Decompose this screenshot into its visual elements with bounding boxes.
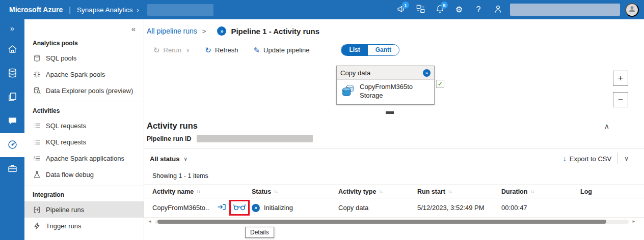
sidebar-item-data-explorer-pools[interactable]: Data Explorer pools (preview) [24,82,144,99]
table-header: Activity name ↑↓ Status ↑↓ Activity type… [144,185,644,198]
scroll-right-arrow[interactable]: ► [631,219,637,224]
sidebar-item-label: Data Explorer pools (preview) [46,87,133,95]
copy-data-activity-node[interactable]: Copy data » [336,66,435,105]
sidebar-item-label: Pipeline runs [46,206,84,214]
synapse-analytics-window: Microsoft Azure | Synapse Analytics › 1 [0,0,644,240]
sidebar-item-data-flow-debug[interactable]: Data flow debug [24,166,144,183]
page-title: Pipeline 1 - Activity runs [231,27,319,36]
update-pipeline-label: Update pipeline [263,46,309,54]
sort-icon: ↑↓ [196,189,200,194]
sidebar-item-spark-applications[interactable]: Apache Spark applications [24,150,144,166]
node-activity-name: CopyFromM365toStorage [360,83,414,100]
input-arrow-icon [217,203,226,212]
main-content: All pipeline runs > » Pipeline 1 - Activ… [144,19,644,240]
node-header: Copy data » [337,66,434,80]
details-button[interactable] [233,204,246,212]
chevron-down-icon: ∨ [186,47,190,53]
refresh-button[interactable]: ↻ Refresh [205,46,238,54]
refresh-icon: ↻ [205,46,211,54]
vertical-divider [618,153,618,164]
status-in-progress-icon: » [252,204,260,212]
sidebar-item-sql-requests[interactable]: SQL requests [24,117,144,134]
column-duration[interactable]: Duration ↑↓ [501,188,580,195]
sort-icon: ↑↓ [379,189,383,194]
items-count-text: Showing 1 - 1 items [144,168,644,185]
topbar-icon-group: 1 5 ⚙ [393,2,506,17]
azure-brand[interactable]: Microsoft Azure [9,6,63,14]
column-log: Log [580,188,644,195]
export-to-csv-label: Export to CSV [570,155,611,163]
section-title: Activities [24,103,144,117]
horizontal-scrollbar: ◄ ► [144,219,644,224]
toggle-gantt-view[interactable]: Gantt [368,45,399,55]
column-activity-name[interactable]: Activity name ↑↓ [152,188,252,195]
kql-requests-icon [33,138,41,146]
rail-item-monitor[interactable] [0,133,24,157]
rail-item-integrate[interactable] [0,109,24,133]
sql-pools-icon [33,54,41,62]
status-filter-dropdown[interactable]: All status ∨ [150,155,187,163]
rail-item-manage[interactable] [0,157,24,181]
develop-pages-icon [7,92,18,104]
announcements-button[interactable]: 1 [393,2,409,17]
sidebar-item-spark-pools[interactable]: Apache Spark pools [24,66,144,82]
sidebar-item-kql-requests[interactable]: KQL requests [24,134,144,150]
pipeline-canvas: Copy data » [144,59,644,118]
more-options-chevron[interactable]: ∨ [624,155,629,162]
gear-icon: ⚙ [455,6,463,14]
pipeline-run-id-label: Pipeline run ID [147,135,192,142]
switch-directory-button[interactable] [412,2,428,17]
column-status[interactable]: Status ↑↓ [252,188,338,195]
scrollbar-thumb[interactable] [157,220,606,224]
collapse-panel-chevron[interactable]: ∧ [604,122,609,130]
rail-item-home[interactable] [0,38,24,62]
input-output-button[interactable] [217,203,226,212]
sidebar-item-trigger-runs[interactable]: Trigger runs [24,218,144,234]
azure-top-bar: Microsoft Azure | Synapse Analytics › 1 [0,0,644,19]
canvas-slider-handle[interactable] [386,111,394,114]
data-flow-debug-icon [33,170,41,178]
zoom-in-button[interactable]: + [613,71,628,86]
cell-run-start: 5/12/2023, 3:52:49 PM [417,204,501,212]
notifications-button[interactable]: 5 [432,2,448,17]
sidebar-item-label: Data flow debug [46,171,94,178]
body-wrap: » [0,19,644,240]
left-rail: » [0,19,24,240]
rerun-button[interactable]: ↻ Rerun ∨ [153,46,190,54]
update-pipeline-button[interactable]: ✎ Update pipeline [253,46,309,54]
scrollbar-track[interactable] [155,220,629,224]
expand-rail-button[interactable]: » [0,19,24,38]
product-name[interactable]: Synapse Analytics [77,6,133,14]
column-label: Activity name [152,188,194,195]
toggle-list-view[interactable]: List [341,45,367,55]
collapse-sidebar-button[interactable]: « [24,22,144,35]
pencil-icon: ✎ [253,46,260,54]
breadcrumb-separator: > [202,27,206,35]
rail-item-data[interactable] [0,62,24,85]
copy-data-icon [340,83,356,100]
help-button[interactable]: ? [470,2,487,17]
status-filter-label: All status [150,155,180,163]
node-success-checkbox[interactable]: ✓ [436,80,444,88]
trigger-runs-lightning-icon [33,222,41,230]
sidebar-item-sql-pools[interactable]: SQL pools [24,50,144,66]
breadcrumb-all-pipeline-runs-link[interactable]: All pipeline runs [147,27,197,35]
view-toggle: List Gantt [341,44,399,56]
settings-button[interactable]: ⚙ [451,2,467,17]
chevron-right-icon: › [137,6,139,14]
column-run-start[interactable]: Run start ↑↓ [417,188,501,195]
column-activity-type[interactable]: Activity type ↑↓ [338,188,417,195]
sort-icon: ↑↓ [448,189,452,194]
scroll-left-arrow[interactable]: ◄ [147,219,153,224]
activity-name-text: CopyFromM365to... [152,204,209,212]
export-to-csv-button[interactable]: ↓ Export to CSV [563,155,611,163]
account-avatar[interactable] [625,3,639,17]
pipeline-run-id-row: Pipeline run ID [144,131,644,142]
zoom-out-button[interactable]: − [613,92,628,107]
feedback-button[interactable] [490,2,506,17]
search-box-redacted[interactable] [510,4,620,16]
rail-item-develop[interactable] [0,85,24,109]
glasses-icon [233,204,246,212]
sidebar-item-pipeline-runs[interactable]: Pipeline runs [24,201,144,218]
spark-applications-icon [33,154,41,162]
